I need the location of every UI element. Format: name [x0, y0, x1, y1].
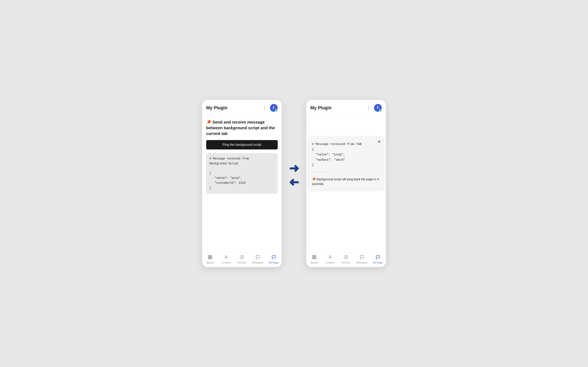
right-nav-myplugin-icon — [376, 255, 380, 261]
svg-rect-17 — [312, 257, 313, 258]
popup-code-block: { "value": "ping", "myData": "abcd" } — [312, 147, 380, 168]
right-nav-recents-label: Récents — [342, 261, 350, 264]
right-nav-messagerie-label: Messagerie — [356, 261, 368, 264]
scene: My Plugin ⋮ F 🏓 Send and receive message… — [202, 100, 386, 267]
popup-divider: --------- — [312, 170, 380, 175]
svg-point-9 — [225, 256, 227, 257]
right-avatar-letter: F — [377, 106, 379, 110]
ping-button[interactable]: Ping the background script — [206, 140, 278, 150]
left-header-right: ⋮ F — [262, 104, 278, 112]
svg-point-26 — [378, 257, 378, 257]
left-avatar-badge — [275, 109, 278, 112]
right-nav-myplugin-label: My Plugin — [373, 261, 383, 264]
left-nav-contacts-label: Contacts — [222, 261, 230, 264]
svg-rect-14 — [312, 255, 313, 256]
svg-rect-7 — [210, 258, 211, 259]
svg-rect-15 — [314, 255, 315, 256]
left-nav-contacts-icon — [224, 255, 228, 261]
svg-point-23 — [329, 256, 331, 257]
svg-rect-16 — [315, 255, 316, 256]
popup-close-button[interactable]: ✕ — [378, 139, 381, 144]
left-avatar-letter: F — [273, 106, 275, 110]
left-code-block: # Message received from Background Scrip… — [206, 153, 278, 194]
left-nav-recents-icon — [240, 255, 244, 261]
svg-point-25 — [377, 257, 377, 257]
left-phone-title: My Plugin — [206, 105, 227, 110]
right-nav-appeler[interactable]: Appeler — [308, 255, 320, 264]
svg-rect-18 — [314, 257, 315, 258]
right-nav-contacts[interactable]: Contacts — [324, 255, 336, 264]
left-phone-body: 🏓 Send and receive message between backg… — [202, 114, 282, 253]
popup-message-header: # Message received from TAB — [312, 142, 380, 147]
left-avatar: F — [270, 104, 278, 112]
right-nav-messagerie[interactable]: Messagerie — [356, 255, 368, 264]
left-nav-myplugin[interactable]: My Plugin — [268, 255, 280, 264]
right-nav-contacts-icon — [328, 255, 332, 261]
left-phone: My Plugin ⋮ F 🏓 Send and receive message… — [202, 100, 282, 267]
right-popup: ✕ # Message received from TAB { "value":… — [308, 137, 384, 190]
left-plugin-title: 🏓 Send and receive message between backg… — [206, 119, 278, 136]
svg-rect-3 — [208, 257, 209, 258]
svg-point-13 — [274, 257, 275, 257]
right-phone-title: My Plugin — [310, 105, 332, 110]
svg-rect-22 — [315, 258, 316, 259]
left-three-dots-button[interactable]: ⋮ — [262, 105, 267, 110]
left-phone-nav: Appeler Contacts Récents Messagerie — [202, 253, 282, 267]
right-nav-messagerie-icon — [360, 255, 364, 261]
right-phone: My Plugin ⋮ F ✕ # Message received from … — [306, 100, 386, 267]
svg-point-27 — [379, 257, 379, 257]
svg-rect-20 — [312, 258, 313, 259]
popup-note: 🏓 Background script will ping back the p… — [312, 177, 380, 186]
left-nav-myplugin-label: My Plugin — [269, 261, 279, 264]
right-nav-recents-icon — [344, 255, 348, 261]
right-phone-body: ✕ # Message received from TAB { "value":… — [306, 114, 386, 253]
left-nav-messagerie[interactable]: Messagerie — [252, 255, 264, 264]
svg-rect-0 — [208, 255, 209, 256]
left-nav-myplugin-icon — [272, 255, 276, 261]
left-nav-appeler-icon — [208, 255, 212, 261]
right-nav-recents[interactable]: Récents — [340, 255, 352, 264]
svg-rect-5 — [211, 257, 212, 258]
right-nav-contacts-label: Contacts — [326, 261, 334, 264]
left-nav-contacts[interactable]: Contacts — [220, 255, 232, 264]
right-avatar-badge — [379, 109, 382, 112]
right-avatar: F — [374, 104, 382, 112]
svg-rect-19 — [315, 257, 316, 258]
right-phone-header: My Plugin ⋮ F — [306, 100, 386, 114]
svg-rect-6 — [208, 258, 209, 259]
left-phone-header: My Plugin ⋮ F — [202, 100, 282, 114]
left-nav-recents[interactable]: Récents — [236, 255, 248, 264]
svg-rect-21 — [314, 258, 315, 259]
right-header-right: ⋮ F — [366, 104, 382, 112]
right-nav-myplugin[interactable]: My Plugin — [372, 255, 384, 264]
svg-rect-8 — [211, 258, 212, 259]
left-nav-messagerie-icon — [256, 255, 260, 261]
left-nav-appeler-label: Appeler — [206, 261, 214, 264]
right-phone-nav: Appeler Contacts Récents Messagerie — [306, 253, 386, 267]
arrows-area: ➜ ➜ — [282, 162, 306, 188]
svg-point-12 — [274, 257, 274, 257]
arrow-left-icon: ➜ — [289, 176, 299, 188]
svg-point-11 — [273, 257, 273, 257]
arrow-right-icon: ➜ — [289, 162, 299, 175]
popup-content: # Message received from TAB { "value": "… — [312, 142, 380, 186]
left-nav-recents-label: Récents — [238, 261, 246, 264]
right-nav-appeler-icon — [312, 255, 316, 261]
right-three-dots-button[interactable]: ⋮ — [366, 105, 371, 110]
svg-rect-2 — [211, 255, 212, 256]
svg-rect-1 — [210, 255, 211, 256]
left-nav-appeler[interactable]: Appeler — [204, 255, 216, 264]
svg-rect-4 — [210, 257, 211, 258]
left-nav-messagerie-label: Messagerie — [252, 261, 264, 264]
right-nav-appeler-label: Appeler — [310, 261, 318, 264]
